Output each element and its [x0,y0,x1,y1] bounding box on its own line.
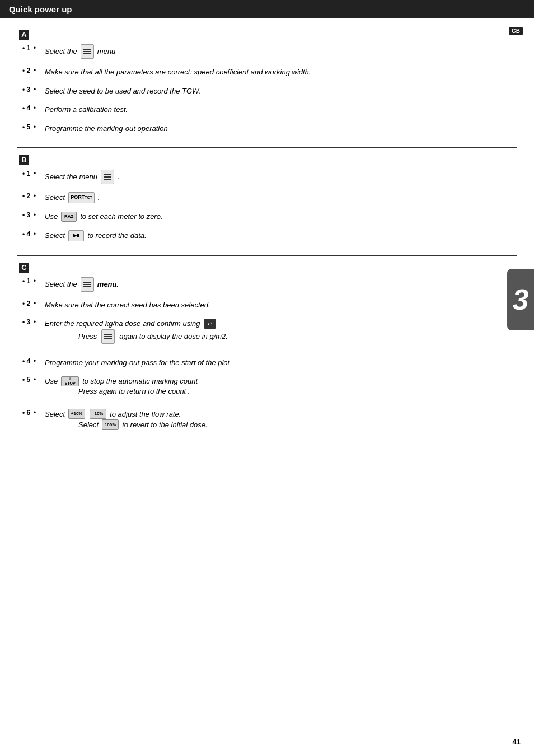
menu-icon-a1 [81,44,94,59]
plus-pct-icon-c6: +10% [68,409,85,419]
menu-icon-c3-sub [101,329,115,344]
step-c6-number: • 6 [22,409,32,417]
step-b4-number: • 4 [22,230,32,238]
step-b4-dot: • [34,230,40,238]
step-c5: • 5 • Use +STOP to stop the automatic ma… [17,376,517,401]
step-a2-dot: • [34,67,40,74]
step-c2-dot: • [34,300,40,307]
step-c5-sub: Press again to return to the count . [45,387,198,395]
step-a4: • 4 • Perform a calibration test. [17,104,517,115]
section-b: B • 1 • Select the menu . • 2 • Select P… [17,155,517,241]
step-a3-content: Select the seed to be used and record th… [45,86,200,97]
step-b3-dot: • [34,211,40,219]
step-a1-number: • 1 [22,44,32,52]
gb-badge: GB [509,27,523,35]
divider-c [17,255,517,256]
step-c4: • 4 • Programme your marking-out pass fo… [17,357,517,368]
minus-pct-icon-c6: -10% [90,409,106,419]
step-a3-number: • 3 [22,86,32,94]
step-a5-number: • 5 [22,123,32,131]
step-c5-content: Use +STOP to stop the automatic marking … [45,376,198,401]
section-tab: 3 [507,269,534,330]
page-header: Quick power up [0,0,534,18]
step-a4-number: • 4 [22,104,32,112]
step-a2: • 2 • Make sure that all the parameters … [17,67,517,78]
section-c: C • 1 • Select the menu. • 2 • Make sure… [17,263,517,436]
menu-icon-c1 [81,277,94,292]
step-c1-dot: • [34,277,40,285]
step-c6-content: Select +10% -10% to adjust the flow rate… [45,409,208,436]
step-c3-number: • 3 [22,318,32,326]
step-c5-number: • 5 [22,376,32,384]
step-a4-dot: • [34,104,40,112]
step-a1: • 1 • Select the menu [17,44,517,59]
step-c1-content: Select the menu. [45,277,119,292]
step-a5-content: Programme the marking-out operation [45,123,168,134]
step-b1: • 1 • Select the menu . [17,170,517,184]
step-c2-content: Make sure that the correct seed has been… [45,300,210,311]
section-label-b: B [19,155,29,165]
stop-icon-c5: +STOP [61,376,79,386]
step-c2: • 2 • Make sure that the correct seed ha… [17,300,517,311]
step-b2-content: Select PORTTCT . [45,192,100,203]
step-b3-content: Use RAZ to set each meter to zero. [45,211,163,222]
section-a: A • 1 • Select the menu • 2 • Make sure … [17,30,517,134]
step-c4-content: Programme your marking-out pass for the … [45,357,229,368]
step-b2-number: • 2 [22,192,32,200]
header-title: Quick power up [9,4,72,14]
raz-icon-b3: RAZ [61,212,77,222]
step-c3: • 3 • Enter the required kg/ha dose and … [17,318,517,349]
step-c6-sub: Select 100% to revert to the initial dos… [45,419,208,430]
step-a1-dot: • [34,44,40,52]
section-label-a: A [19,30,29,40]
save-icon-b4: ▶▮ [68,230,84,241]
step-a5-dot: • [34,123,40,131]
step-c3-content: Enter the required kg/ha dose and confir… [45,318,228,349]
step-a4-content: Perform a calibration test. [45,104,128,115]
step-c3-sub: Press again to display the dose in g/m2. [45,329,228,344]
menu-icon-b1 [101,170,114,184]
step-a3-dot: • [34,86,40,94]
step-b1-dot: • [34,170,40,178]
step-b4-content: Select ▶▮ to record the data. [45,230,147,241]
main-content: A • 1 • Select the menu • 2 • Make sure … [0,24,534,471]
step-b2-dot: • [34,192,40,200]
step-c2-number: • 2 [22,300,32,307]
divider-b [17,147,517,148]
step-b3-number: • 3 [22,211,32,219]
step-a2-number: • 2 [22,67,32,74]
step-c1-number: • 1 [22,277,32,285]
step-c6-dot: • [34,409,40,417]
step-b1-number: • 1 [22,170,32,178]
step-b3: • 3 • Use RAZ to set each meter to zero. [17,211,517,222]
section-label-c: C [19,263,29,273]
port-icon-b2: PORTTCT [68,192,95,203]
step-a5: • 5 • Programme the marking-out operatio… [17,123,517,134]
step-c4-dot: • [34,357,40,365]
page-number: 41 [513,738,521,746]
step-a2-content: Make sure that all the parameters are co… [45,67,311,78]
step-a3: • 3 • Select the seed to be used and rec… [17,86,517,97]
step-c6: • 6 • Select +10% -10% to adjust the flo… [17,409,517,436]
hundred-icon-c6: 100% [102,419,119,430]
step-c4-number: • 4 [22,357,32,365]
step-a1-content: Select the menu [45,44,115,59]
enter-icon-c3: ↵ [204,319,216,329]
step-c5-dot: • [34,376,40,384]
step-b2: • 2 • Select PORTTCT . [17,192,517,203]
step-b4: • 4 • Select ▶▮ to record the data. [17,230,517,241]
step-c1: • 1 • Select the menu. [17,277,517,292]
step-c3-dot: • [34,318,40,326]
step-b1-content: Select the menu . [45,170,120,184]
